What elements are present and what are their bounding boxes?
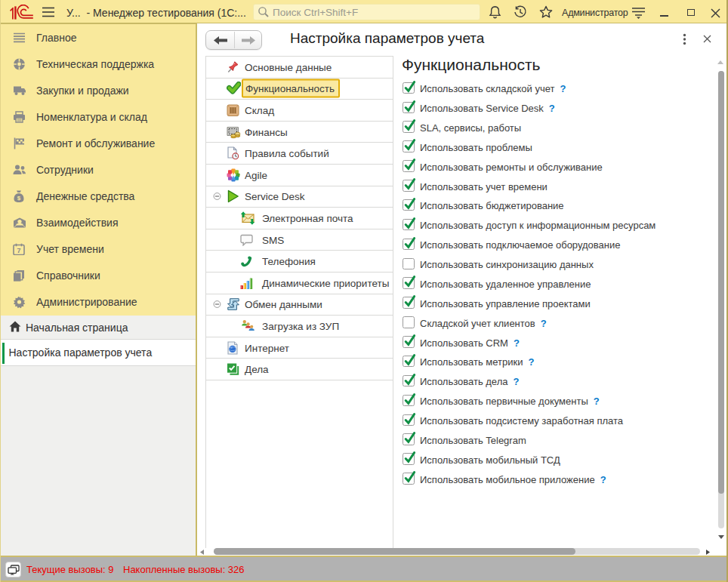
svg-text:7: 7 [17,247,20,254]
svg-text:$: $ [17,195,21,202]
